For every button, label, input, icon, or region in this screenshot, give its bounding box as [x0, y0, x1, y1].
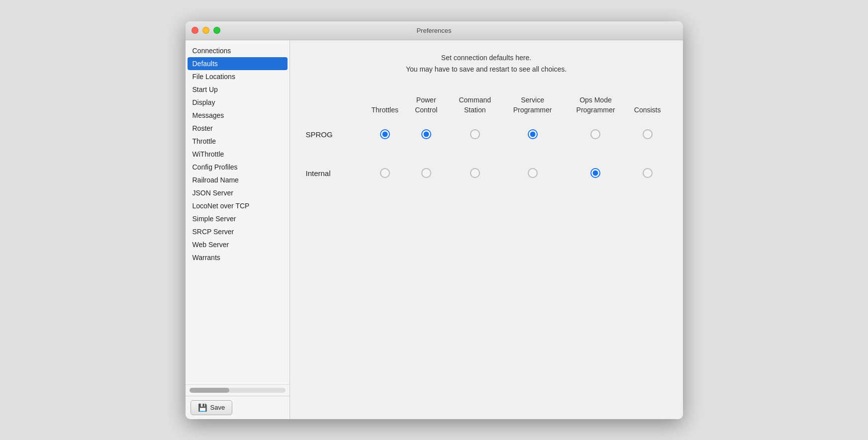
sidebar-item-warrants[interactable]: Warrants [188, 251, 288, 264]
radio-0-4[interactable] [590, 129, 600, 139]
window-body: ConnectionsDefaultsFile LocationsStart U… [186, 40, 683, 419]
radio-1-1[interactable] [421, 168, 431, 178]
radio-cell-1-2 [448, 159, 502, 187]
window-title: Preferences [416, 27, 451, 34]
radio-0-0[interactable] [380, 129, 390, 139]
sidebar-item-simple-server[interactable]: Simple Server [188, 212, 288, 225]
sidebar-item-start-up[interactable]: Start Up [188, 83, 288, 96]
row-label-sprog: SPROG [306, 120, 366, 149]
minimize-button[interactable] [202, 27, 209, 34]
save-label: Save [210, 404, 225, 411]
sidebar-item-roster[interactable]: Roster [188, 122, 288, 135]
radio-cell-0-4 [563, 120, 628, 149]
radio-0-3[interactable] [528, 129, 538, 139]
description-line2: You may have to save and restart to see … [306, 64, 667, 76]
row-label-internal: Internal [306, 159, 366, 187]
spacer-row [306, 149, 667, 159]
column-header-4: Ops Mode Programmer [563, 90, 628, 120]
radio-cell-0-0 [366, 120, 404, 149]
column-header-5: Consists [628, 90, 667, 120]
column-header-3: Service Programmer [502, 90, 563, 120]
main-window: Preferences ConnectionsDefaultsFile Loca… [186, 21, 683, 419]
empty-header [306, 90, 366, 120]
sidebar-item-connections[interactable]: Connections [188, 44, 288, 57]
sidebar-item-messages[interactable]: Messages [188, 109, 288, 122]
table-row: SPROG [306, 120, 667, 149]
sidebar-item-web-server[interactable]: Web Server [188, 238, 288, 251]
radio-cell-0-2 [448, 120, 502, 149]
radio-1-4[interactable] [590, 168, 600, 178]
close-button[interactable] [192, 27, 198, 34]
radio-1-3[interactable] [528, 168, 538, 178]
radio-cell-0-3 [502, 120, 563, 149]
radio-0-2[interactable] [470, 129, 480, 139]
radio-1-5[interactable] [643, 168, 653, 178]
sidebar-item-srcp-server[interactable]: SRCP Server [188, 225, 288, 238]
sidebar-item-loconet-over-tcp[interactable]: LocoNet over TCP [188, 199, 288, 212]
column-header-2: Command Station [448, 90, 502, 120]
defaults-table: ThrottlesPower ControlCommand StationSer… [306, 90, 667, 187]
description-text: Set connection defaults here. You may ha… [306, 52, 667, 76]
sidebar-scrollbar-track[interactable] [190, 388, 286, 393]
radio-1-2[interactable] [470, 168, 480, 178]
sidebar-item-defaults[interactable]: Defaults [188, 57, 288, 70]
radio-cell-0-1 [404, 120, 448, 149]
radio-0-1[interactable] [421, 129, 431, 139]
sidebar-item-throttle[interactable]: Throttle [188, 135, 288, 148]
description-line1: Set connection defaults here. [306, 52, 667, 64]
sidebar-item-file-locations[interactable]: File Locations [188, 70, 288, 83]
radio-cell-1-3 [502, 159, 563, 187]
radio-0-5[interactable] [643, 129, 653, 139]
sidebar-item-config-profiles[interactable]: Config Profiles [188, 161, 288, 174]
radio-cell-1-1 [404, 159, 448, 187]
column-header-0: Throttles [366, 90, 404, 120]
radio-1-0[interactable] [380, 168, 390, 178]
main-content: Set connection defaults here. You may ha… [290, 40, 683, 419]
maximize-button[interactable] [213, 27, 220, 34]
sidebar-list: ConnectionsDefaultsFile LocationsStart U… [186, 44, 289, 384]
sidebar: ConnectionsDefaultsFile LocationsStart U… [186, 40, 290, 419]
save-button[interactable]: 💾 Save [191, 400, 233, 415]
radio-cell-0-5 [628, 120, 667, 149]
sidebar-item-withrottle[interactable]: WiThrottle [188, 148, 288, 161]
table-row: Internal [306, 159, 667, 187]
sidebar-item-json-server[interactable]: JSON Server [188, 186, 288, 199]
sidebar-scrollbar-area [186, 384, 289, 396]
title-bar: Preferences [186, 21, 683, 40]
save-icon: 💾 [198, 403, 207, 412]
column-headers-row: ThrottlesPower ControlCommand StationSer… [306, 90, 667, 120]
sidebar-item-display[interactable]: Display [188, 96, 288, 109]
radio-cell-1-4 [563, 159, 628, 187]
sidebar-scrollbar-thumb[interactable] [190, 388, 229, 393]
radio-cell-1-5 [628, 159, 667, 187]
traffic-lights [192, 27, 220, 34]
column-header-1: Power Control [404, 90, 448, 120]
radio-cell-1-0 [366, 159, 404, 187]
sidebar-save-area: 💾 Save [186, 396, 289, 419]
sidebar-item-railroad-name[interactable]: Railroad Name [188, 174, 288, 186]
